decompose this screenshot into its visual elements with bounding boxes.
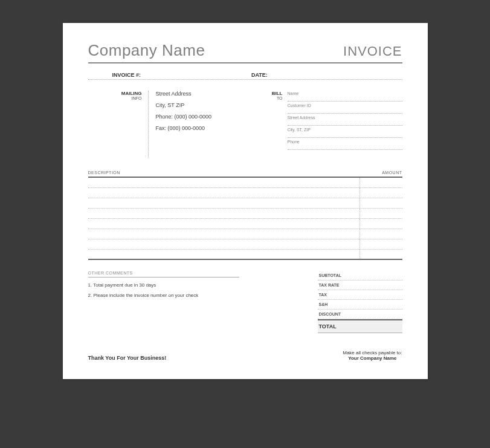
mailing-sublabel: INFO	[88, 96, 142, 100]
taxrate-row: TAX RATE	[318, 281, 402, 290]
sh-row: S&H	[318, 300, 402, 310]
tax-row: TAX	[318, 290, 402, 300]
table-row	[88, 178, 402, 188]
comments: OTHER COMMENTS 1. Total payment due in 3…	[88, 271, 318, 333]
table-row	[88, 219, 402, 229]
invoice-number-label: INVOICE #:	[88, 72, 251, 78]
table-row	[88, 250, 402, 260]
date-label: DATE:	[251, 72, 402, 78]
totals: SUBTOTAL TAX RATE TAX S&H DISCOUNT TOTAL	[318, 271, 402, 333]
table-row	[88, 188, 402, 198]
line-items-table: DESCRIPTION AMOUNT	[88, 170, 402, 260]
billto-sublabel: TO	[263, 96, 283, 100]
mailing-address: Street Address	[156, 91, 263, 97]
comment-line-1: 1. Total payment due in 30 days	[88, 282, 306, 288]
total-row: TOTAL	[318, 319, 402, 333]
billto-address-field: Street Address	[288, 115, 402, 126]
header: Company Name INVOICE	[88, 41, 402, 63]
mailing-body: Street Address City, ST ZIP Phone: (000)…	[149, 91, 263, 157]
billto-label: BILL	[263, 91, 283, 96]
billto-body: Name Customer ID Street Address City, ST…	[288, 91, 402, 157]
payable-block: Make all checks payable to: Your Company…	[343, 350, 402, 361]
footer: Thank You For Your Business! Make all ch…	[88, 350, 402, 361]
table-row	[88, 198, 402, 209]
billto-label-col: BILL TO	[263, 91, 288, 157]
mailing-fax: Fax: (000) 000-0000	[156, 125, 263, 131]
meta-row: INVOICE #: DATE:	[88, 72, 402, 80]
info-block: MAILING INFO Street Address City, ST ZIP…	[88, 91, 402, 157]
mailing-city: City, ST ZIP	[156, 102, 263, 108]
table-row	[88, 239, 402, 250]
col-amount: AMOUNT	[360, 170, 402, 175]
table-header: DESCRIPTION AMOUNT	[88, 170, 402, 178]
lower-section: OTHER COMMENTS 1. Total payment due in 3…	[88, 271, 402, 333]
company-name: Company Name	[88, 41, 205, 60]
billto-city-field: City, ST, ZIP	[288, 127, 402, 138]
payable-line: Make all checks payable to:	[343, 350, 402, 355]
invoice-page: Company Name INVOICE INVOICE #: DATE: MA…	[63, 23, 428, 379]
billto-phone-field: Phone	[288, 139, 402, 150]
col-description: DESCRIPTION	[88, 170, 360, 175]
mailing-label-col: MAILING INFO	[88, 91, 149, 157]
billto-customerid-field: Customer ID	[288, 103, 402, 114]
table-row	[88, 229, 402, 239]
comments-label: OTHER COMMENTS	[88, 271, 239, 278]
discount-row: DISCOUNT	[318, 310, 402, 319]
subtotal-row: SUBTOTAL	[318, 271, 402, 281]
payable-name: Your Company Name	[343, 355, 402, 361]
thank-you: Thank You For Your Business!	[88, 355, 167, 361]
invoice-title: INVOICE	[343, 44, 402, 59]
mailing-label: MAILING	[88, 91, 142, 96]
comment-line-2: 2. Please include the invoice number on …	[88, 293, 306, 298]
billto-name-field: Name	[288, 91, 402, 102]
table-row	[88, 209, 402, 219]
mailing-phone: Phone: (000) 000-0000	[156, 114, 263, 120]
